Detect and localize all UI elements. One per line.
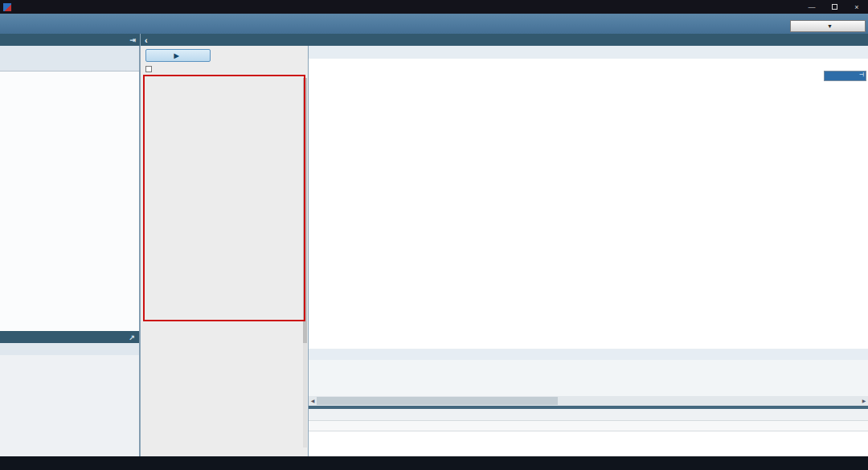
navigator-panel bbox=[0, 46, 140, 331]
sequence-row bbox=[0, 46, 139, 59]
navigator-header: ⇥ bbox=[0, 34, 140, 46]
monitors-header: ↗ bbox=[0, 331, 139, 343]
data-sets-panel bbox=[309, 409, 868, 456]
append-graph-checkbox[interactable] bbox=[145, 66, 152, 72]
rms-level-chart bbox=[309, 59, 868, 347]
monitors-panel: ↗ bbox=[0, 331, 140, 456]
results-thumbnails bbox=[309, 360, 868, 396]
main-toolbar bbox=[0, 22, 868, 34]
minimize-icon[interactable]: — bbox=[800, 0, 823, 14]
data-sets-columns bbox=[309, 421, 868, 431]
back-chevron-icon[interactable]: ‹ bbox=[145, 35, 148, 45]
results-scrollbar[interactable]: ◀ ▶ bbox=[309, 396, 868, 406]
chevron-down-icon: ▼ bbox=[827, 23, 833, 29]
sequence-mode-button[interactable]: ▼ bbox=[790, 20, 866, 32]
maximize-icon[interactable] bbox=[823, 0, 845, 14]
play-icon: ▶ bbox=[174, 52, 178, 59]
data-sets-toolbar bbox=[309, 409, 868, 421]
popout-icon[interactable]: ↗ bbox=[129, 333, 135, 341]
results-toolbar bbox=[309, 349, 868, 360]
collapse-panel-icon[interactable]: ⇥ bbox=[129, 36, 136, 44]
graph-legend: ⊣ bbox=[824, 71, 866, 81]
menu-bar bbox=[0, 14, 868, 22]
pin-icon[interactable]: ⊣ bbox=[859, 72, 864, 78]
settings-scrollbar[interactable] bbox=[303, 78, 307, 448]
navigator-tree bbox=[0, 71, 139, 331]
fft-monitor-chart bbox=[0, 355, 140, 456]
app-icon bbox=[3, 3, 11, 11]
start-button[interactable]: ▶ bbox=[145, 49, 211, 62]
graph-toolbar bbox=[309, 46, 868, 59]
graph-region: ◀ ▶ bbox=[309, 46, 868, 456]
scroll-right-icon[interactable]: ▶ bbox=[860, 396, 868, 406]
append-graph-data-row bbox=[145, 66, 308, 72]
measurement-settings-panel: ▶ bbox=[141, 46, 308, 456]
title-bar: — × bbox=[0, 0, 868, 14]
close-icon[interactable]: × bbox=[845, 0, 868, 14]
sequence-transport bbox=[0, 59, 139, 71]
monitors-toolbar bbox=[0, 343, 139, 355]
status-bar bbox=[0, 456, 868, 470]
measurement-header: ‹ bbox=[141, 34, 868, 46]
scroll-left-icon[interactable]: ◀ bbox=[309, 396, 317, 406]
scrollbar-thumb[interactable] bbox=[317, 397, 558, 405]
